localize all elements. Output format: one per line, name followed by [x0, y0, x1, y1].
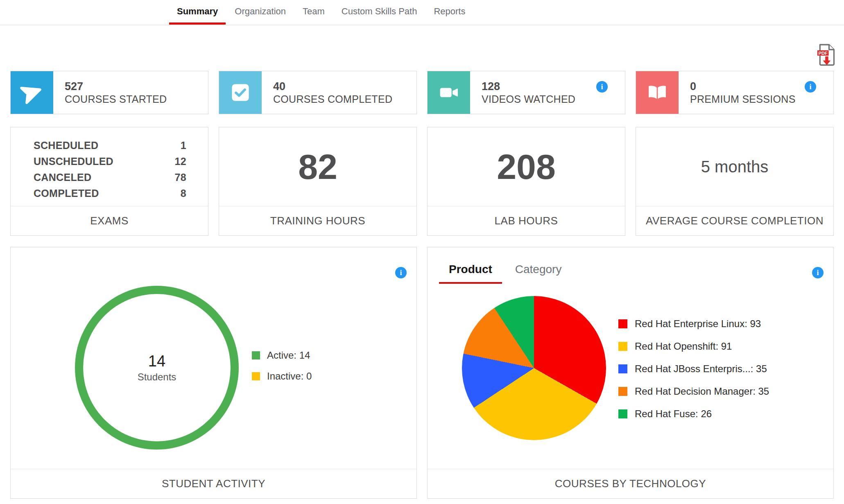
stat-text: 527 COURSES STARTED — [53, 71, 167, 114]
metric-body: 82 — [219, 127, 416, 206]
avg-course-completion-panel: 5 months AVERAGE COURSE COMPLETION — [636, 127, 834, 236]
exam-row: COMPLETED 8 — [34, 185, 186, 201]
courses-legend: Red Hat Enterprise Linux: 93 Red Hat Ope… — [618, 318, 769, 420]
stat-label: VIDEOS WATCHED — [482, 94, 575, 104]
tab-category[interactable]: Category — [505, 263, 572, 284]
courses-by-technology-title: COURSES BY TECHNOLOGY — [428, 469, 833, 498]
legend-label: Active: 14 — [267, 350, 310, 361]
stat-value: 128 — [482, 81, 575, 92]
stat-text: 128 VIDEOS WATCHED — [470, 71, 575, 114]
toolbar: PDF — [0, 25, 844, 71]
student-activity-title: STUDENT ACTIVITY — [11, 469, 416, 498]
tab-reports[interactable]: Reports — [426, 0, 473, 25]
legend-swatch — [618, 342, 627, 351]
stats-row: 527 COURSES STARTED 40 COURSES COMPLETED… — [10, 71, 834, 114]
lab-hours-label: LAB HOURS — [428, 206, 625, 235]
exam-row-label: SCHEDULED — [34, 138, 98, 154]
legend-item-jboss: Red Hat JBoss Enterpris...: 35 — [618, 363, 769, 375]
legend-label: Inactive: 0 — [267, 371, 312, 382]
stat-value: 527 — [65, 81, 167, 92]
stat-label: COURSES COMPLETED — [273, 94, 392, 104]
legend-label: Red Hat Openshift: 91 — [635, 341, 732, 352]
tab-summary[interactable]: Summary — [169, 0, 226, 25]
pdf-label: PDF — [819, 51, 828, 56]
courses-by-technology-panel: Product Category i Red Hat Enterprise Li… — [427, 247, 834, 499]
info-icon[interactable]: i — [812, 267, 824, 278]
tab-product[interactable]: Product — [439, 263, 502, 284]
exam-row-value: 78 — [175, 170, 186, 185]
legend-swatch — [618, 364, 627, 373]
training-hours-panel: 82 TRAINING HOURS — [219, 127, 417, 236]
legend-item-openshift: Red Hat Openshift: 91 — [618, 341, 769, 352]
chart-tabs: Product Category — [428, 247, 833, 284]
info-icon[interactable]: i — [805, 81, 816, 93]
open-book-icon — [636, 71, 679, 114]
paper-plane-icon — [11, 71, 53, 114]
stat-value: 40 — [273, 81, 392, 92]
metrics-row: SCHEDULED 1 UNSCHEDULED 12 CANCELED 78 C… — [10, 127, 834, 236]
student-activity-legend: Active: 14 Inactive: 0 — [252, 350, 312, 382]
exam-row-value: 8 — [181, 185, 186, 201]
legend-item-rhel: Red Hat Enterprise Linux: 93 — [618, 318, 769, 330]
stat-label: PREMIUM SESSIONS — [690, 94, 796, 104]
tab-custom-skills-path[interactable]: Custom Skills Path — [334, 0, 425, 25]
exams-panel: SCHEDULED 1 UNSCHEDULED 12 CANCELED 78 C… — [10, 127, 208, 236]
stat-value: 0 — [690, 81, 796, 92]
avg-course-completion-label: AVERAGE COURSE COMPLETION — [636, 206, 833, 235]
legend-label: Red Hat Enterprise Linux: 93 — [635, 318, 761, 330]
legend-item-active: Active: 14 — [252, 350, 312, 361]
info-icon[interactable]: i — [395, 267, 407, 278]
stat-card-videos-watched: 128 VIDEOS WATCHED i — [427, 71, 625, 114]
exam-row-label: UNSCHEDULED — [34, 154, 113, 170]
checkbox-icon — [219, 71, 262, 114]
legend-swatch — [618, 387, 627, 396]
students-label: Students — [138, 371, 176, 383]
legend-swatch — [252, 351, 260, 359]
legend-swatch — [618, 409, 627, 418]
donut-center: 14 Students — [83, 294, 231, 441]
stat-text: 0 PREMIUM SESSIONS — [679, 71, 796, 114]
exam-row-label: CANCELED — [34, 170, 91, 185]
legend-item-inactive: Inactive: 0 — [252, 371, 312, 382]
exam-row: UNSCHEDULED 12 — [34, 154, 186, 170]
exams-footer-label: EXAMS — [11, 206, 208, 235]
student-activity-panel: i 14 Students Active: 14 Inactive: 0 STU… — [10, 247, 417, 499]
stat-card-premium-sessions: 0 PREMIUM SESSIONS i — [636, 71, 834, 114]
tab-organization[interactable]: Organization — [227, 0, 294, 25]
info-icon[interactable]: i — [596, 81, 608, 93]
lab-hours-value: 208 — [497, 147, 556, 187]
top-nav: Summary Organization Team Custom Skills … — [0, 0, 844, 25]
pdf-download-icon[interactable]: PDF — [817, 43, 836, 67]
legend-label: Red Hat Fuse: 26 — [635, 408, 712, 420]
exam-row-value: 1 — [181, 138, 186, 154]
legend-swatch — [618, 319, 627, 328]
students-count: 14 — [148, 353, 165, 370]
avg-course-completion-value: 5 months — [701, 158, 769, 176]
student-activity-donut-chart: 14 Students — [75, 286, 239, 450]
legend-label: Red Hat JBoss Enterpris...: 35 — [635, 363, 767, 375]
video-camera-icon — [428, 71, 470, 114]
exams-list: SCHEDULED 1 UNSCHEDULED 12 CANCELED 78 C… — [11, 127, 208, 206]
exam-row: CANCELED 78 — [34, 170, 186, 185]
metric-body: 5 months — [636, 127, 833, 206]
stat-card-courses-completed: 40 COURSES COMPLETED — [219, 71, 417, 114]
legend-item-decision-manager: Red Hat Decision Manager: 35 — [618, 386, 769, 397]
lab-hours-panel: 208 LAB HOURS — [427, 127, 625, 236]
exam-row-value: 12 — [175, 154, 186, 170]
courses-by-technology-body: Product Category i Red Hat Enterprise Li… — [428, 247, 833, 469]
stat-text: 40 COURSES COMPLETED — [262, 71, 392, 114]
exam-row-label: COMPLETED — [34, 185, 99, 201]
exam-row: SCHEDULED 1 — [34, 138, 186, 154]
courses-pie-chart — [462, 296, 606, 440]
stat-label: COURSES STARTED — [65, 94, 167, 104]
training-hours-label: TRAINING HOURS — [219, 206, 416, 235]
tab-team[interactable]: Team — [295, 0, 333, 25]
legend-swatch — [252, 372, 260, 380]
legend-item-fuse: Red Hat Fuse: 26 — [618, 408, 769, 420]
metric-body: 208 — [428, 127, 625, 206]
stat-card-courses-started: 527 COURSES STARTED — [10, 71, 208, 114]
charts-row: i 14 Students Active: 14 Inactive: 0 STU… — [10, 247, 834, 499]
student-activity-body: i 14 Students Active: 14 Inactive: 0 — [11, 247, 416, 469]
training-hours-value: 82 — [298, 147, 337, 187]
legend-label: Red Hat Decision Manager: 35 — [635, 386, 769, 397]
